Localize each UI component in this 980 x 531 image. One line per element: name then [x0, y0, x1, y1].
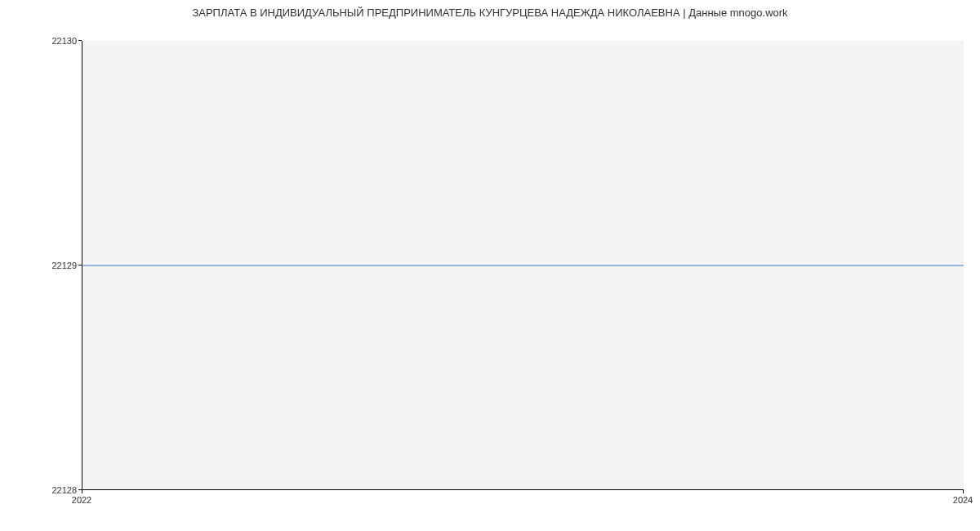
- x-tick-label: 2024: [953, 495, 973, 505]
- x-tick-label: 2022: [72, 495, 91, 505]
- x-tick-mark: [82, 490, 82, 493]
- y-tick-label: 22128: [51, 485, 77, 495]
- y-tick-mark: [78, 265, 82, 266]
- y-tick-label: 22129: [51, 261, 77, 270]
- x-tick-mark: [963, 490, 964, 493]
- y-tick-mark: [78, 40, 82, 41]
- plot-area: [82, 41, 964, 490]
- chart-title: ЗАРПЛАТА В ИНДИВИДУАЛЬНЫЙ ПРЕДПРИНИМАТЕЛ…: [0, 7, 980, 19]
- data-line: [82, 265, 964, 266]
- y-tick-label: 22130: [51, 36, 77, 46]
